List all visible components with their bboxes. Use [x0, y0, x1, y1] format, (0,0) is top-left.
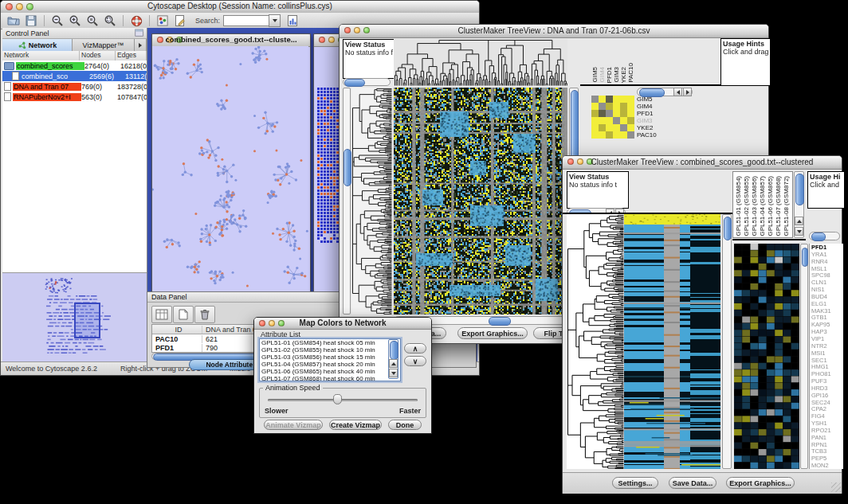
- search-input[interactable]: [223, 15, 269, 26]
- treeview1-titlebar[interactable]: ClusterMaker TreeView : DNA and Tran 07-…: [340, 25, 768, 38]
- treeview1-gene-dendrogram[interactable]: [351, 88, 392, 315]
- treeview1-summary-matrix[interactable]: [591, 96, 634, 139]
- gene-list-item[interactable]: MAK31: [811, 307, 843, 315]
- gene-list-item[interactable]: FIG4: [811, 412, 843, 420]
- treeview2-heatmap-vscrollbar[interactable]: [722, 214, 732, 469]
- settings-button[interactable]: Settings...: [612, 477, 658, 489]
- scrollbar-thumb[interactable]: [811, 232, 826, 241]
- scroll-left-button[interactable]: [673, 88, 682, 96]
- treeview1-status-hscrollbar[interactable]: [343, 78, 391, 86]
- gene-list-item[interactable]: MON2: [811, 462, 843, 469]
- gene-list-item[interactable]: RPN1: [811, 441, 843, 448]
- attribute-list-item[interactable]: GPL51-06 (GSM865) heat shock 40 min: [260, 368, 400, 375]
- gene-list-item[interactable]: SEC24: [811, 399, 843, 406]
- zoom-out-button[interactable]: [49, 14, 65, 28]
- treeview2-gene-dendrogram[interactable]: [567, 214, 624, 469]
- column-header-network[interactable]: Network: [2, 51, 80, 61]
- scrollbar-thumb[interactable]: [390, 341, 398, 360]
- scrollbar-thumb[interactable]: [489, 317, 511, 326]
- treeview2-titlebar[interactable]: ClusterMaker TreeView : combined_scores_…: [563, 156, 842, 170]
- main-titlebar[interactable]: Cytoscape Desktop (Session Name: collins…: [1, 1, 479, 14]
- delete-attribute-button[interactable]: [194, 306, 215, 323]
- gene-list-item[interactable]: NTR2: [811, 342, 843, 350]
- zoom-selected-button[interactable]: [84, 14, 100, 28]
- scroll-up-button[interactable]: [795, 217, 803, 225]
- tab-network[interactable]: Network: [2, 39, 73, 51]
- gene-list-item[interactable]: PHO81: [811, 370, 843, 377]
- scrollbar-thumb[interactable]: [795, 174, 804, 205]
- gene-list-item[interactable]: GTB1: [811, 314, 843, 321]
- attribute-list-vscrollbar[interactable]: [388, 339, 398, 379]
- treeview1-tree-vscrollbar[interactable]: [343, 88, 351, 315]
- scrollbar-thumb[interactable]: [344, 149, 351, 186]
- gene-list-item[interactable]: HMG1: [811, 363, 843, 370]
- treeview2-labels-vscrollbar[interactable]: [794, 171, 804, 238]
- gene-list-item[interactable]: VIP1: [811, 335, 843, 342]
- gene-list-item[interactable]: PEP5: [811, 455, 843, 462]
- scroll-up-button[interactable]: [389, 359, 398, 368]
- vizmapper-button[interactable]: [155, 14, 171, 28]
- attribute-list-item[interactable]: GPL51-02 (GSM855) heat shock 10 min: [260, 346, 400, 354]
- attribute-list-item[interactable]: GPL51-07 (GSM868) heat shock 60 min: [260, 375, 400, 381]
- animation-speed-slider[interactable]: [268, 399, 418, 401]
- gene-list-item[interactable]: RPO21: [811, 427, 843, 434]
- gene-list-item[interactable]: MSI1: [811, 350, 843, 357]
- network-list-row[interactable]: DNA and Tran 07769(0)183728(0): [2, 81, 147, 92]
- id-column-header[interactable]: ID: [152, 326, 202, 334]
- treeview1-heatmap[interactable]: [394, 88, 567, 315]
- gene-list-item[interactable]: PAN1: [811, 434, 843, 441]
- gene-list-item[interactable]: MSL1: [811, 265, 843, 272]
- slider-thumb[interactable]: [333, 394, 342, 404]
- network-overview-viewport[interactable]: [74, 303, 100, 338]
- gene-list-item[interactable]: CPA2: [811, 405, 843, 412]
- create-vizmap-button[interactable]: Create Vizmap: [329, 420, 382, 430]
- treeview2-zoom-heatmap[interactable]: [734, 244, 799, 469]
- gene-list-item[interactable]: RNR4: [811, 258, 843, 265]
- gene-list-item[interactable]: SEC1: [811, 357, 843, 364]
- treeview2-heatmap[interactable]: [624, 214, 720, 469]
- attribute-list-item[interactable]: GPL51-04 (GSM857) heat shock 20 min: [260, 361, 400, 368]
- scroll-down-button[interactable]: [795, 227, 803, 236]
- save-data-button[interactable]: Save Data...: [669, 477, 716, 489]
- gene-list-item[interactable]: KAP95: [811, 321, 843, 328]
- scrollbar-thumb[interactable]: [724, 217, 732, 240]
- column-header-nodes[interactable]: Nodes: [80, 51, 116, 61]
- zoom-fit-button[interactable]: [102, 14, 118, 28]
- search-dropdown-button[interactable]: [269, 14, 281, 27]
- gene-list-item[interactable]: ELG1: [811, 300, 843, 307]
- gene-list-item[interactable]: YRA1: [811, 251, 843, 258]
- annotation-button[interactable]: [172, 14, 188, 28]
- gene-list-item[interactable]: CLN1: [811, 279, 843, 286]
- gene-list-item[interactable]: PUF3: [811, 377, 843, 385]
- treeview2-gene-hscrollbar[interactable]: [809, 232, 840, 240]
- open-session-button[interactable]: [6, 14, 22, 28]
- network-list-row[interactable]: combined_scores2764(0)16218(0): [2, 61, 147, 71]
- gene-list-item[interactable]: TCB3: [811, 447, 843, 455]
- network-list-empty-area[interactable]: [2, 102, 147, 273]
- attribute-list-item[interactable]: GPL51-03 (GSM856) heat shock 15 min: [260, 354, 400, 361]
- attribute-list-item[interactable]: GPL51-01 (GSM854) heat shock 05 min: [260, 339, 400, 346]
- help-button[interactable]: [128, 14, 144, 28]
- done-button[interactable]: Done: [388, 420, 422, 430]
- scrollbar-thumb[interactable]: [344, 79, 365, 87]
- treeview2-gene-list[interactable]: PFD1YRA1RNR4MSL1SPC98CLN1NIS1BUD4ELG1MAK…: [809, 244, 843, 469]
- export-graphics-button[interactable]: Export Graphics...: [726, 477, 795, 489]
- resize-grip[interactable]: [831, 483, 841, 492]
- select-attributes-button[interactable]: [151, 306, 172, 323]
- gene-list-item[interactable]: YSH1: [811, 420, 843, 427]
- report-button[interactable]: [285, 14, 300, 28]
- new-attribute-button[interactable]: [173, 306, 194, 323]
- dialog-titlebar[interactable]: Map Colors to Network: [254, 318, 431, 330]
- treeview1-array-dendrogram[interactable]: [394, 39, 567, 86]
- close-icon[interactable]: [319, 37, 325, 43]
- float-panel-icon[interactable]: [135, 29, 144, 37]
- network-view-titlebar[interactable]: combined_scores_good.txt--cluste...: [152, 34, 310, 47]
- export-graphics-button[interactable]: Export Graphics...: [457, 327, 528, 339]
- tab-overflow-button[interactable]: [135, 39, 147, 51]
- network-list-row[interactable]: combined_sco2569(6)13112(15): [2, 71, 147, 81]
- network-overview-panel[interactable]: [2, 273, 147, 362]
- gene-list-item[interactable]: SPC98: [811, 272, 843, 279]
- gene-list-item[interactable]: HAP3: [811, 328, 843, 335]
- network-graph-canvas[interactable]: [152, 46, 308, 290]
- scroll-down-button[interactable]: [389, 369, 398, 377]
